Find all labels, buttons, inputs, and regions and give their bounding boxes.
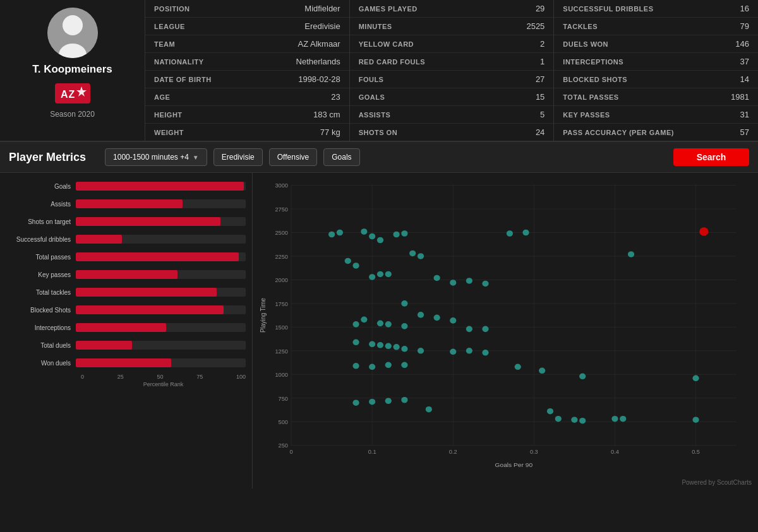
svg-point-65 xyxy=(401,300,407,307)
stat-value: 31 xyxy=(740,110,749,119)
svg-text:0: 0 xyxy=(289,449,292,455)
bar-label: Blocked Shots xyxy=(6,307,76,314)
stat-row: INTERCEPTIONS37 xyxy=(554,53,758,71)
svg-point-71 xyxy=(377,321,383,327)
svg-point-77 xyxy=(369,341,375,348)
stat-row: HEIGHT183 cm xyxy=(145,106,349,124)
stat-row: RED CARD FOULS1 xyxy=(350,53,554,71)
svg-point-1 xyxy=(63,15,83,35)
stat-value: Netherlands xyxy=(296,57,340,66)
stat-row: TOTAL PASSES1981 xyxy=(554,88,758,106)
stat-label: POSITION xyxy=(154,5,190,13)
stat-label: SHOTS ON xyxy=(359,129,397,136)
metric-filter-label: Goals xyxy=(332,153,351,162)
svg-point-99 xyxy=(555,416,562,422)
svg-point-87 xyxy=(539,367,545,374)
league-filter-label: Eredivisie xyxy=(222,153,255,162)
stat-label: WEIGHT xyxy=(154,129,184,136)
svg-point-79 xyxy=(385,343,392,350)
svg-point-70 xyxy=(361,317,367,323)
stat-value: 16 xyxy=(740,4,749,13)
svg-point-45 xyxy=(328,232,335,238)
bar-label: Total passes xyxy=(6,254,76,261)
svg-point-103 xyxy=(620,416,626,422)
bar-label: Interceptions xyxy=(6,324,76,331)
svg-point-58 xyxy=(385,271,392,278)
bar-fill xyxy=(76,270,177,279)
bar-track xyxy=(76,341,246,350)
stat-value: 1 xyxy=(540,57,544,66)
svg-point-107 xyxy=(692,375,699,381)
bar-row: Interceptions xyxy=(6,321,246,334)
svg-point-57 xyxy=(377,271,383,278)
stat-value: 5 xyxy=(540,110,544,119)
bar-fill xyxy=(76,305,224,314)
bar-row: Total tackles xyxy=(6,285,246,299)
svg-point-49 xyxy=(377,237,383,244)
svg-text:AZ: AZ xyxy=(61,89,75,100)
league-filter-btn[interactable]: Eredivisie xyxy=(214,148,263,166)
svg-point-105 xyxy=(628,251,634,257)
svg-point-74 xyxy=(466,326,472,333)
stat-label: AGE xyxy=(154,93,170,101)
stat-row: SHOTS ON24 xyxy=(350,124,554,141)
bar-row: Total passes xyxy=(6,250,246,264)
svg-point-93 xyxy=(352,399,359,406)
bar-axis-tick: 25 xyxy=(117,374,124,380)
svg-text:0.4: 0.4 xyxy=(611,449,619,455)
stat-row: DATE OF BIRTH1998-02-28 xyxy=(145,71,349,88)
svg-point-100 xyxy=(571,417,577,423)
stat-value: 146 xyxy=(735,39,749,49)
player-card: T. Koopmeiners AZ Season 2020 xyxy=(0,0,145,141)
player-name: T. Koopmeiners xyxy=(32,63,112,76)
stat-row: DUELS WON146 xyxy=(554,35,758,53)
svg-point-54 xyxy=(345,258,351,264)
svg-point-75 xyxy=(482,326,488,333)
svg-point-82 xyxy=(418,348,424,354)
svg-point-51 xyxy=(401,230,407,237)
svg-text:0.2: 0.2 xyxy=(449,449,457,455)
svg-text:0.3: 0.3 xyxy=(530,449,538,455)
stat-label: TACKLES xyxy=(563,23,598,30)
stat-label: SUCCESSFUL DRIBBLES xyxy=(563,5,653,13)
bar-track xyxy=(76,358,246,367)
metric-filter-btn[interactable]: Goals xyxy=(323,148,359,166)
bar-fill xyxy=(76,341,132,350)
bar-track xyxy=(76,199,246,208)
svg-point-85 xyxy=(482,350,488,356)
stat-label: GOALS xyxy=(359,93,385,101)
stat-row: ASSISTS5 xyxy=(350,106,554,124)
stat-label: KEY PASSES xyxy=(563,111,610,119)
stat-row: GAMES PLAYED29 xyxy=(350,0,554,18)
scatter-container: 2505007501000125015001750200022502500275… xyxy=(253,173,758,488)
bar-label: Assists xyxy=(6,201,76,208)
adv-stats-col: SUCCESSFUL DRIBBLES16TACKLES79DUELS WON1… xyxy=(554,0,758,141)
minutes-filter-btn[interactable]: 1000-1500 minutes +4 ▼ xyxy=(105,148,207,166)
stat-value: 57 xyxy=(740,127,749,137)
charts-section: Goals Assists Shots on target Successful… xyxy=(0,173,758,488)
bar-chart-container: Goals Assists Shots on target Successful… xyxy=(0,173,253,488)
bar-fill xyxy=(76,235,122,244)
stat-value: Eredivisie xyxy=(304,21,340,31)
bar-label: Total tackles xyxy=(6,289,76,296)
stat-label: TEAM xyxy=(154,40,175,48)
stat-label: DUELS WON xyxy=(563,40,608,48)
svg-point-64 xyxy=(522,230,529,236)
bar-row: Shots on target xyxy=(6,215,246,228)
svg-text:Goals Per 90: Goals Per 90 xyxy=(495,461,533,468)
stat-label: DATE OF BIRTH xyxy=(154,76,212,83)
stat-row: NATIONALITYNetherlands xyxy=(145,53,349,71)
bar-track xyxy=(76,182,246,191)
stat-value: 1998-02-28 xyxy=(298,74,340,84)
search-button[interactable]: Search xyxy=(673,148,749,166)
stat-value: AZ Alkmaar xyxy=(298,39,340,49)
stat-row: LEAGUEEredivisie xyxy=(145,18,349,35)
stat-value: 24 xyxy=(536,127,544,137)
svg-point-95 xyxy=(385,398,392,404)
svg-point-97 xyxy=(426,406,432,413)
stat-row: FOULS27 xyxy=(350,71,554,88)
stat-value: 29 xyxy=(536,4,544,13)
bar-axis-tick: 0 xyxy=(81,374,84,380)
category-filter-btn[interactable]: Offensive xyxy=(269,148,317,166)
svg-text:1250: 1250 xyxy=(275,348,288,355)
